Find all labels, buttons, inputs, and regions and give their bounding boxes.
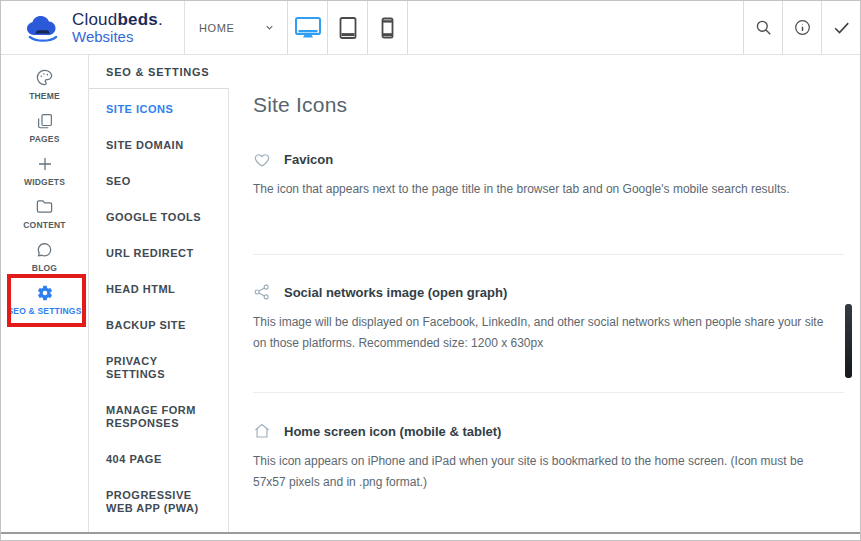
- subnav-item-site-icons[interactable]: SITE ICONS: [106, 103, 219, 116]
- topbar: Cloudbeds. Websites HOME: [1, 1, 860, 55]
- page-selector-value: HOME: [199, 22, 234, 34]
- sidebar-item-widgets[interactable]: WIDGETS: [1, 149, 88, 192]
- section-description: This image will be displayed on Facebook…: [253, 312, 838, 354]
- palette-icon: [35, 68, 54, 87]
- subnav-item-backup-site[interactable]: BACKUP SITE: [106, 319, 219, 332]
- tablet-preview-button[interactable]: [328, 1, 368, 54]
- app-window: Cloudbeds. Websites HOME: [0, 0, 861, 541]
- vertical-scrollbar-thumb[interactable]: [845, 304, 852, 378]
- subnav-item-url-redirect[interactable]: URL REDIRECT: [106, 247, 219, 260]
- section-heading: Social networks image (open graph): [284, 285, 507, 300]
- sidebar-item-label: BLOG: [32, 263, 57, 273]
- website-builder: Cloudbeds. Websites HOME: [1, 1, 860, 534]
- chevron-down-icon: [264, 22, 275, 33]
- info-button[interactable]: [782, 1, 821, 54]
- subnav-item-404-page[interactable]: 404 PAGE: [106, 453, 219, 466]
- gear-icon: [36, 284, 54, 302]
- section-description: The icon that appears next to the page t…: [253, 179, 838, 200]
- sidebar-item-label: SEO & SETTINGS: [7, 306, 81, 316]
- sidebar: THEME PAGES WIDGETS: [1, 55, 89, 532]
- desktop-preview-button[interactable]: [288, 1, 328, 54]
- seo-settings-subnav: SEO & SETTINGS SITE ICONS SITE DOMAIN SE…: [89, 55, 229, 532]
- mobile-preview-button[interactable]: [368, 1, 408, 54]
- subnav-item-progressive-web-app[interactable]: PROGRESSIVE WEB APP (PWA): [106, 489, 219, 515]
- cloudbeds-cloud-icon: [23, 12, 63, 44]
- mobile-phone-icon: [381, 17, 394, 39]
- body: THEME PAGES WIDGETS: [1, 55, 860, 532]
- subnav-item-manage-form-responses[interactable]: MANAGE FORM RESPONSES: [106, 404, 219, 430]
- confirm-button[interactable]: [821, 1, 860, 54]
- sidebar-item-seo-settings[interactable]: SEO & SETTINGS: [1, 278, 88, 321]
- sidebar-item-pages[interactable]: PAGES: [1, 106, 88, 149]
- sidebar-item-label: THEME: [29, 91, 60, 101]
- page-title: Site Icons: [253, 93, 860, 117]
- section-heading: Favicon: [284, 152, 333, 167]
- subnav-item-head-html[interactable]: HEAD HTML: [106, 283, 219, 296]
- section-open-graph: Social networks image (open graph) This …: [253, 255, 844, 393]
- folder-icon: [35, 197, 54, 216]
- subnav-item-privacy-settings[interactable]: PRIVACY SETTINGS: [106, 355, 219, 381]
- sidebar-item-theme[interactable]: THEME: [1, 63, 88, 106]
- search-icon: [754, 18, 773, 37]
- search-button[interactable]: [743, 1, 782, 54]
- sidebar-item-label: PAGES: [29, 134, 59, 144]
- section-home-screen-icon: Home screen icon (mobile & tablet) This …: [253, 393, 844, 493]
- page-selector-dropdown[interactable]: HOME: [185, 1, 288, 54]
- main-content: Site Icons Favicon The icon that appears…: [229, 55, 860, 532]
- heart-icon: [253, 151, 271, 168]
- sidebar-item-label: CONTENT: [23, 220, 65, 230]
- topbar-spacer: [408, 1, 743, 54]
- subnav-item-seo[interactable]: SEO: [106, 175, 219, 188]
- share-icon: [253, 283, 271, 301]
- section-description: This icon appears on iPhone and iPad whe…: [253, 451, 838, 493]
- section-favicon: Favicon The icon that appears next to th…: [253, 151, 844, 255]
- plus-icon: [36, 155, 54, 173]
- tablet-icon: [338, 16, 358, 40]
- subnav-item-site-domain[interactable]: SITE DOMAIN: [106, 139, 219, 152]
- brand-wordmark: Cloudbeds. Websites: [72, 11, 163, 45]
- sidebar-item-blog[interactable]: BLOG: [1, 235, 88, 278]
- section-heading: Home screen icon (mobile & tablet): [284, 424, 501, 439]
- sidebar-item-label: WIDGETS: [24, 177, 65, 187]
- sidebar-item-content[interactable]: CONTENT: [1, 192, 88, 235]
- pages-icon: [36, 112, 54, 130]
- chat-bubble-icon: [35, 240, 54, 259]
- subnav-header: SEO & SETTINGS: [89, 55, 229, 89]
- subnav-list: SITE ICONS SITE DOMAIN SEO GOOGLE TOOLS …: [89, 89, 229, 515]
- home-icon: [253, 422, 271, 440]
- info-icon: [793, 18, 812, 37]
- cloudbeds-logo[interactable]: Cloudbeds. Websites: [1, 1, 185, 54]
- desktop-monitor-icon: [294, 15, 322, 41]
- subnav-item-google-tools[interactable]: GOOGLE TOOLS: [106, 211, 219, 224]
- check-icon: [832, 18, 851, 37]
